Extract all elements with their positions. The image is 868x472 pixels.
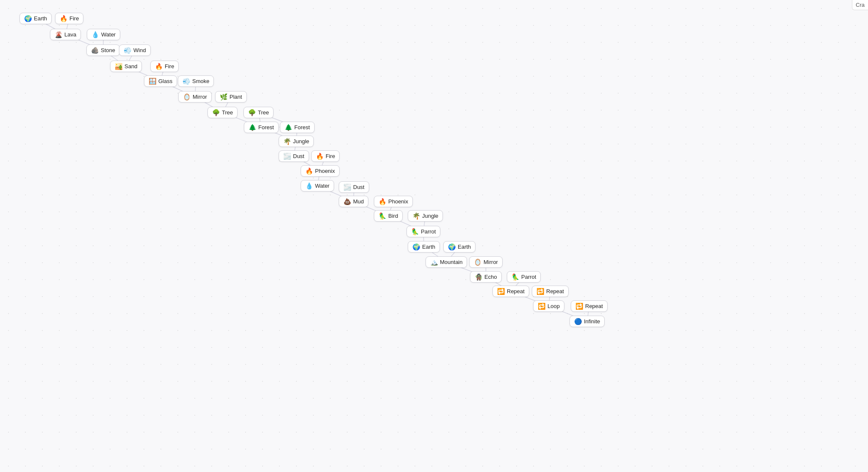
node-wind[interactable]: 💨Wind — [119, 44, 151, 56]
node-icon-sand: 🏜️ — [115, 63, 123, 69]
node-label-mirror: Mirror — [193, 94, 207, 100]
node-dust2[interactable]: 🌫️Dust — [339, 181, 369, 193]
node-label-parrot2: Parrot — [521, 274, 536, 280]
node-earth3[interactable]: 🌍Earth — [443, 241, 475, 253]
node-label-forest1: Forest — [258, 124, 274, 130]
node-label-phoenix2: Phoenix — [388, 198, 408, 205]
node-icon-mirror2: 🪞 — [474, 259, 482, 265]
node-mountain[interactable]: 🏔️Mountain — [426, 256, 467, 268]
node-phoenix1[interactable]: 🔥Phoenix — [301, 165, 340, 177]
node-icon-parrot2: 🦜 — [511, 274, 520, 280]
node-icon-mountain: 🏔️ — [430, 259, 438, 265]
node-icon-lava: 🌋 — [55, 31, 63, 38]
node-label-mountain: Mountain — [440, 259, 462, 265]
node-echo[interactable]: 🧌Echo — [470, 271, 502, 283]
node-icon-water1: 💧 — [91, 31, 100, 38]
node-jungle2[interactable]: 🌴Jungle — [408, 210, 443, 222]
node-label-earth1: Earth — [34, 15, 47, 22]
node-water2[interactable]: 💧Water — [301, 180, 334, 192]
node-label-forest2: Forest — [294, 124, 310, 130]
node-loop[interactable]: 🔁Loop — [533, 300, 564, 312]
node-parrot2[interactable]: 🦜Parrot — [507, 271, 541, 283]
node-tree2[interactable]: 🌳Tree — [243, 107, 274, 118]
node-stone[interactable]: 🪨Stone — [86, 44, 120, 56]
node-sand[interactable]: 🏜️Sand — [110, 61, 142, 72]
node-icon-repeat3: 🔁 — [575, 303, 583, 309]
node-icon-fire2: 🔥 — [155, 63, 163, 69]
node-icon-jungle2: 🌴 — [412, 213, 420, 219]
node-fire3[interactable]: 🔥Fire — [311, 150, 340, 162]
node-label-lava: Lava — [64, 31, 76, 38]
node-parrot1[interactable]: 🦜Parrot — [406, 226, 440, 237]
node-bird[interactable]: 🦜Bird — [374, 210, 403, 222]
node-label-bird: Bird — [388, 213, 398, 219]
node-label-stone: Stone — [101, 47, 115, 53]
node-label-jungle1: Jungle — [293, 138, 309, 144]
node-label-jungle2: Jungle — [422, 213, 438, 219]
node-phoenix2[interactable]: 🔥Phoenix — [374, 196, 413, 207]
node-label-dust1: Dust — [293, 153, 304, 159]
node-label-tree1: Tree — [222, 109, 233, 116]
node-label-water2: Water — [315, 183, 329, 189]
node-plant[interactable]: 🌿Plant — [215, 91, 247, 103]
node-label-fire1: Fire — [69, 15, 79, 22]
node-label-dust2: Dust — [353, 184, 365, 190]
node-fire2[interactable]: 🔥Fire — [150, 61, 179, 72]
node-icon-bird: 🦜 — [379, 213, 387, 219]
node-glass[interactable]: 🪟Glass — [144, 75, 177, 87]
node-lava[interactable]: 🌋Lava — [50, 29, 81, 40]
node-label-earth3: Earth — [458, 244, 471, 250]
node-icon-wind: 💨 — [124, 47, 132, 53]
node-earth1[interactable]: 🌍Earth — [19, 13, 52, 24]
node-icon-tree2: 🌳 — [248, 109, 256, 116]
node-icon-dust2: 🌫️ — [343, 184, 351, 190]
node-label-tree2: Tree — [258, 109, 269, 116]
node-repeat3[interactable]: 🔁Repeat — [571, 300, 608, 312]
node-icon-forest1: 🌲 — [249, 124, 257, 130]
node-earth2[interactable]: 🌍Earth — [408, 241, 440, 253]
node-label-sand: Sand — [124, 63, 137, 69]
node-label-mud: Mud — [353, 198, 364, 205]
partial-label: Cra — [852, 0, 868, 10]
node-label-smoke: Smoke — [192, 78, 209, 84]
node-icon-infinite: 🔵 — [574, 318, 582, 325]
node-forest2[interactable]: 🌲Forest — [280, 122, 315, 133]
node-label-glass: Glass — [158, 78, 172, 84]
node-icon-phoenix2: 🔥 — [379, 198, 387, 205]
node-mirror2[interactable]: 🪞Mirror — [469, 256, 503, 268]
node-label-fire2: Fire — [165, 63, 174, 69]
node-icon-echo: 🧌 — [475, 274, 483, 280]
node-icon-smoke: 💨 — [182, 78, 191, 84]
node-icon-earth3: 🌍 — [448, 244, 456, 250]
node-label-phoenix1: Phoenix — [315, 168, 335, 174]
node-icon-water2: 💧 — [305, 183, 313, 189]
node-icon-stone: 🪨 — [91, 47, 99, 53]
node-label-repeat1: Repeat — [507, 288, 525, 294]
node-label-fire3: Fire — [326, 153, 335, 159]
node-dust1[interactable]: 🌫️Dust — [279, 150, 309, 162]
node-label-plant: Plant — [229, 94, 242, 100]
node-forest1[interactable]: 🌲Forest — [244, 122, 279, 133]
node-repeat1[interactable]: 🔁Repeat — [492, 286, 529, 297]
node-icon-phoenix1: 🔥 — [305, 168, 313, 174]
node-icon-forest2: 🌲 — [285, 124, 293, 130]
node-fire1[interactable]: 🔥Fire — [55, 13, 83, 24]
node-water1[interactable]: 💧Water — [87, 29, 120, 40]
node-icon-plant: 🌿 — [220, 94, 228, 100]
node-infinite[interactable]: 🔵Infinite — [569, 316, 605, 327]
node-icon-glass: 🪟 — [149, 78, 157, 84]
node-repeat2[interactable]: 🔁Repeat — [532, 286, 569, 297]
node-smoke[interactable]: 💨Smoke — [178, 75, 214, 87]
node-mud[interactable]: 💩Mud — [339, 196, 368, 207]
node-icon-jungle1: 🌴 — [283, 138, 291, 144]
node-label-parrot1: Parrot — [421, 228, 436, 235]
node-label-repeat3: Repeat — [585, 303, 603, 309]
node-mirror[interactable]: 🪞Mirror — [178, 91, 212, 103]
node-icon-tree1: 🌳 — [212, 109, 220, 116]
node-label-repeat2: Repeat — [546, 288, 564, 294]
node-jungle1[interactable]: 🌴Jungle — [279, 136, 314, 147]
node-icon-mud: 💩 — [343, 198, 351, 205]
node-tree1[interactable]: 🌳Tree — [207, 107, 238, 118]
node-icon-mirror: 🪞 — [183, 94, 191, 100]
node-label-mirror2: Mirror — [484, 259, 498, 265]
